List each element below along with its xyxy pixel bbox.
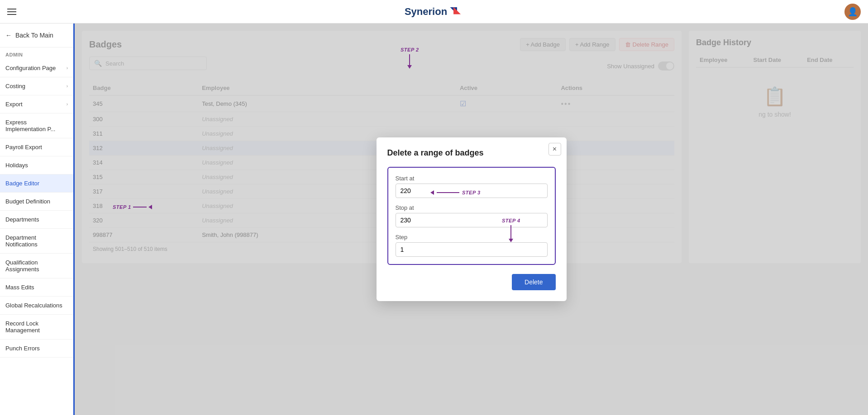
step2-arrowhead [407,65,412,69]
modal-close-button[interactable]: × [548,143,561,156]
sidebar-item-label: Payroll Export [5,144,42,151]
sidebar-item-label: Export [5,101,23,108]
sidebar-item-label: Badge Editor [5,180,39,187]
sidebar-item-label: Global Recalculations [5,302,62,309]
delete-button[interactable]: Delete [512,274,555,290]
sidebar-item-punch-errors[interactable]: Punch Errors [0,340,73,358]
stop-at-input[interactable] [396,213,548,227]
step2-annotation: STEP 2 [401,47,419,69]
step-label: Step [396,234,548,241]
brand-icon [450,7,463,16]
brand-logo: Synerion [405,6,463,18]
sidebar-item-label: Mass Edits [5,284,34,291]
sidebar-item-departments[interactable]: Departments [0,211,73,229]
modal-overlay: STEP 2 STEP 3 STEP 4 Delete a range of b… [75,24,868,415]
sidebar-item-budget-definition[interactable]: Budget Definition [0,193,73,211]
step-input[interactable] [396,242,548,257]
delete-range-modal: Delete a range of badges × Start at Stop… [377,137,567,301]
back-label: Back To Main [15,32,53,39]
sidebar-item-department-notifications[interactable]: Department Notifications [0,229,73,254]
sidebar-item-label: Budget Definition [5,198,50,205]
hamburger-button[interactable] [7,9,16,15]
sidebar-item-label: Department Notifications [5,234,68,248]
sidebar-item-holidays[interactable]: Holidays [0,156,73,174]
sidebar-item-label: Express Implementation P... [5,119,68,132]
sidebar-item-label: Departments [5,216,39,223]
back-arrow-icon: ← [5,32,12,39]
admin-section-label: ADMIN [0,47,73,59]
sidebar-item-badge-editor[interactable]: Badge Editor [0,174,73,193]
step2-line [409,54,410,65]
sidebar-item-global-recalculations[interactable]: Global Recalculations [0,297,73,315]
stop-at-field-group: Stop at [396,204,548,227]
top-nav: Synerion 👤 [0,0,868,24]
sidebar: ← Back To Main ADMIN Configuration Page … [0,24,75,415]
sidebar-item-express-implementation[interactable]: Express Implementation P... [0,113,73,138]
sidebar-item-mass-edits[interactable]: Mass Edits [0,278,73,297]
sidebar-item-label: Record Lock Management [5,320,68,334]
sidebar-item-label: Qualification Assignments [5,259,68,273]
sidebar-item-label: Costing [5,83,25,90]
sidebar-item-qualification-assignments[interactable]: Qualification Assignments [0,254,73,278]
stop-at-label: Stop at [396,204,548,211]
main-content: STEP 1 Badges + Add Badge + Add Range 🗑 … [75,24,868,415]
chevron-right-icon: › [67,102,68,107]
brand-name: Synerion [405,6,447,18]
chevron-right-icon: › [67,66,68,71]
sidebar-item-label: Configuration Page [5,65,56,71]
sidebar-item-label: Punch Errors [5,345,40,352]
step2-label: STEP 2 [401,47,419,52]
sidebar-item-record-lock-management[interactable]: Record Lock Management [0,315,73,340]
user-avatar[interactable]: 👤 [844,4,861,20]
chevron-right-icon: › [67,84,68,89]
sidebar-item-label: Holidays [5,162,28,169]
modal-fields-container: Start at Stop at Step [387,167,556,265]
sidebar-item-payroll-export[interactable]: Payroll Export [0,138,73,156]
start-at-label: Start at [396,175,548,182]
sidebar-item-configuration-page[interactable]: Configuration Page › [0,59,73,77]
sidebar-item-costing[interactable]: Costing › [0,77,73,95]
step-field-group: Step [396,234,548,257]
modal-title: Delete a range of badges [387,148,556,158]
start-at-field-group: Start at [396,175,548,198]
sidebar-item-export[interactable]: Export › [0,95,73,113]
start-at-input[interactable] [396,184,548,198]
back-to-main-button[interactable]: ← Back To Main [0,24,73,47]
